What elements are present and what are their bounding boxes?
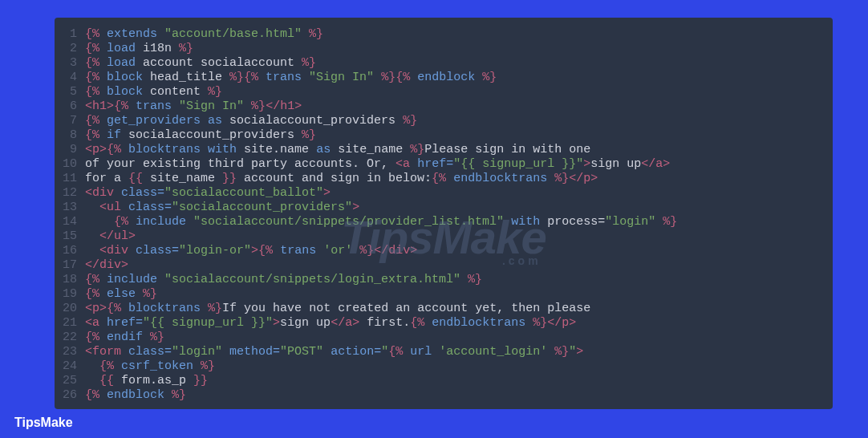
line-code: </ul> (85, 229, 136, 244)
line-code: <ul class="socialaccount_providers"> (85, 201, 359, 215)
token-plain: content (143, 85, 208, 99)
token-attrval: "socialaccount_providers" (172, 201, 352, 214)
token-delim: %} (410, 143, 424, 156)
code-line: 1{% extends "account/base.html" %} (55, 27, 833, 42)
token-htag: < (85, 186, 92, 200)
token-plain (85, 229, 99, 243)
line-number: 14 (55, 215, 85, 229)
token-plain: If you have not created an account yet, … (222, 302, 590, 315)
line-code: {% endif %} (85, 331, 164, 345)
line-code: {% extends "account/base.html" %} (85, 27, 323, 42)
token-plain (121, 345, 128, 359)
token-delim: %} (554, 172, 569, 185)
token-kw: endblocktrans (432, 316, 525, 330)
token-plain: socialaccount_providers (121, 128, 302, 142)
line-number: 20 (55, 302, 85, 316)
token-hname: div (92, 186, 114, 200)
token-kw: url (410, 345, 432, 359)
code-line: 9<p>{% blocktrans with site.name as site… (55, 143, 833, 157)
token-plain: sign up (590, 157, 641, 171)
token-attrval: " (569, 345, 576, 359)
token-plain: for a (85, 172, 128, 185)
line-code: <p>{% blocktrans %}If you have not creat… (85, 302, 590, 316)
token-kw: csrf_token (121, 359, 193, 373)
token-kw: load (107, 56, 136, 70)
token-hname: div (388, 244, 410, 258)
token-attrval: "login-or" (179, 244, 251, 258)
line-number: 10 (55, 157, 85, 172)
token-delim: {% (114, 215, 136, 229)
token-htag: < (85, 143, 92, 156)
token-kw: extends (107, 27, 157, 41)
token-plain (85, 215, 114, 229)
token-delim: %} (381, 71, 395, 84)
line-code: of your existing third party accounts. O… (85, 157, 670, 172)
line-code: <form class="login" method="POST" action… (85, 345, 583, 359)
token-delim: %} (302, 128, 316, 142)
line-code: {% load i18n %} (85, 42, 193, 56)
line-code: {% include "socialaccount/snippets/provi… (85, 215, 677, 229)
token-delim: {% (85, 388, 107, 402)
line-number: 17 (55, 258, 85, 273)
code-line: 17</div> (55, 258, 833, 273)
token-hname: form (92, 345, 121, 359)
token-var: site.name (237, 143, 316, 156)
token-hname: ul (107, 201, 121, 214)
token-kw: trans (266, 71, 302, 84)
token-delim: {% (85, 71, 107, 84)
token-plain (136, 287, 143, 301)
token-attrval: "socialaccount_ballot" (164, 186, 323, 200)
code-line: 2{% load i18n %} (55, 42, 833, 56)
token-attr: class= (128, 201, 172, 214)
code-line: 25 {{ form.as_p }} (55, 374, 833, 388)
line-code: {% endblock %} (85, 388, 186, 403)
token-kw: with (208, 143, 237, 156)
token-delim: %} (468, 273, 482, 286)
line-number: 2 (55, 42, 85, 56)
token-htag: < (85, 345, 92, 359)
token-plain: of your existing third party accounts. O… (85, 157, 395, 171)
token-kw: include (107, 273, 157, 286)
token-kw: endblock (107, 388, 164, 402)
token-str: 'account_login' (432, 345, 554, 359)
token-attrval: "{{ signup_url }}" (143, 316, 273, 330)
token-delim: %} (201, 359, 215, 373)
token-hname: div (99, 258, 121, 272)
token-htag: > (576, 345, 583, 359)
token-delim: %} (359, 244, 374, 258)
token-delim: {{ (99, 374, 121, 387)
token-delim: {% (107, 143, 128, 156)
token-plain: first. (359, 316, 410, 330)
token-htag: > (569, 316, 576, 330)
code-line: 11for a {{ site_name }} account and sign… (55, 172, 833, 186)
token-str: "account/base.html" (157, 27, 309, 41)
code-line: 6<h1>{% trans "Sign In" %}</h1> (55, 99, 833, 114)
token-delim: %} (309, 27, 323, 41)
line-code: {% else %} (85, 287, 157, 302)
token-delim: %} (208, 302, 222, 315)
code-line: 26{% endblock %} (55, 388, 833, 403)
token-delim: {% (388, 345, 410, 359)
token-htag: </ (569, 172, 583, 185)
token-attr: href= (417, 157, 453, 171)
token-delim: {% (85, 42, 107, 55)
line-code: {% get_providers as socialaccount_provid… (85, 114, 417, 128)
code-line: 24 {% csrf_token %} (55, 359, 833, 374)
token-attrval: "{{ signup_url }}" (453, 157, 583, 171)
token-htag: > (323, 186, 331, 200)
token-htag: > (352, 316, 359, 330)
token-htag: > (663, 157, 670, 171)
line-number: 25 (55, 374, 85, 388)
token-hname: p (92, 143, 99, 156)
token-delim: %} (179, 42, 193, 55)
code-line: 22{% endif %} (55, 331, 833, 345)
token-delim: {% (85, 331, 107, 344)
token-delim: {% (85, 114, 107, 128)
token-delim: {{ (128, 172, 150, 185)
token-delim: }} (186, 374, 208, 387)
code-line: 16 <div class="login-or">{% trans 'or' %… (55, 244, 833, 258)
token-attrval: " (381, 345, 388, 359)
token-htag: </ (374, 244, 388, 258)
code-line: 23<form class="login" method="POST" acti… (55, 345, 833, 359)
token-plain (410, 157, 417, 171)
